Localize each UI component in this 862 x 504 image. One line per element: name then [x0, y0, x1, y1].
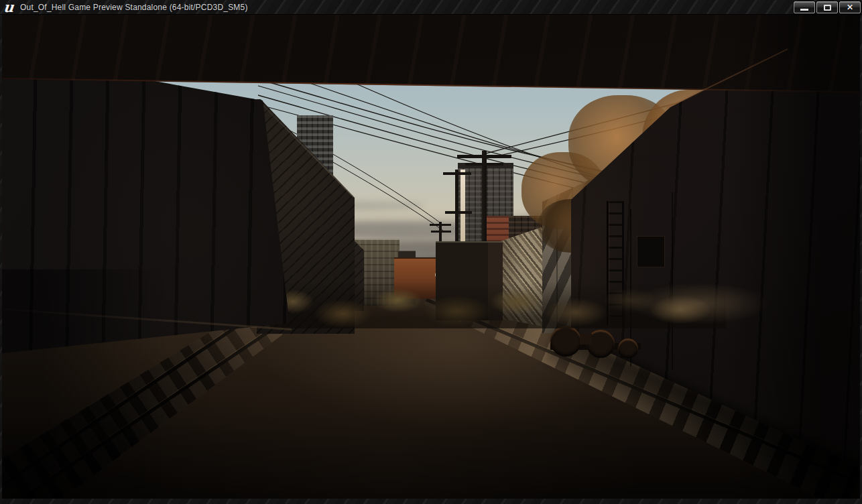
- window-controls: ✕: [794, 1, 861, 13]
- utility-pole-crossarm: [465, 163, 503, 166]
- train-wheel: [550, 326, 581, 357]
- game-viewport[interactable]: [2, 15, 860, 499]
- utility-pole-crossarm: [430, 224, 451, 226]
- maximize-icon: [824, 5, 831, 11]
- utility-pole-crossarm: [457, 155, 511, 158]
- close-icon: ✕: [847, 3, 853, 12]
- utility-pole-crossarm: [431, 231, 451, 233]
- bogie-spring: [580, 334, 592, 344]
- train-wheel: [618, 338, 638, 359]
- window-title: Out_Of_Hell Game Preview Standalone (64-…: [20, 3, 248, 12]
- unreal-engine-logo-icon: u: [0, 0, 18, 15]
- utility-pole-crossarm: [443, 172, 471, 175]
- utility-pole-crossarm: [445, 211, 472, 214]
- maximize-button[interactable]: [816, 1, 838, 13]
- title-bar[interactable]: u Out_Of_Hell Game Preview Standalone (6…: [0, 0, 862, 15]
- minimize-button[interactable]: [794, 1, 815, 13]
- close-button[interactable]: ✕: [839, 1, 861, 13]
- shadow-vignette: [2, 410, 860, 499]
- game-preview-window: u Out_Of_Hell Game Preview Standalone (6…: [0, 0, 862, 504]
- minimize-icon: [800, 9, 808, 11]
